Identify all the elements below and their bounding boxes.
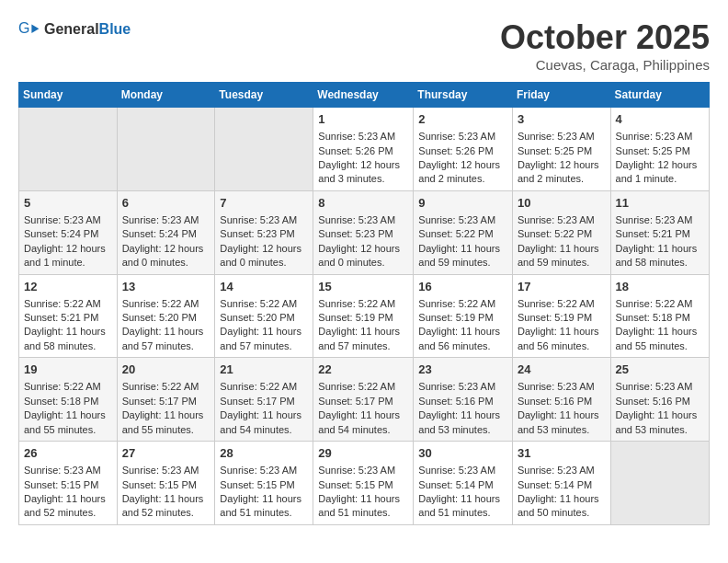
sunrise-text: Sunrise: 5:22 AM bbox=[24, 380, 112, 394]
calendar-cell: 11Sunrise: 5:23 AMSunset: 5:21 PMDayligh… bbox=[610, 190, 709, 274]
daylight-text: Daylight: 11 hours and 58 minutes. bbox=[24, 325, 112, 353]
sunset-text: Sunset: 5:24 PM bbox=[24, 227, 112, 241]
day-number: 22 bbox=[318, 362, 408, 378]
calendar-cell: 26Sunrise: 5:23 AMSunset: 5:15 PMDayligh… bbox=[19, 442, 118, 525]
calendar-cell: 31Sunrise: 5:23 AMSunset: 5:14 PMDayligh… bbox=[512, 442, 610, 525]
sunrise-text: Sunrise: 5:23 AM bbox=[24, 213, 112, 227]
calendar-week-row: 5Sunrise: 5:23 AMSunset: 5:24 PMDaylight… bbox=[19, 190, 710, 274]
day-number: 14 bbox=[220, 279, 308, 295]
day-number: 3 bbox=[518, 111, 606, 128]
day-number: 7 bbox=[220, 195, 308, 212]
sunset-text: Sunset: 5:22 PM bbox=[518, 227, 606, 241]
sunset-text: Sunset: 5:26 PM bbox=[318, 144, 408, 158]
title-area: October 2025 Cuevas, Caraga, Philippines bbox=[500, 18, 710, 73]
logo: G GeneralBlue bbox=[18, 18, 131, 40]
day-number: 2 bbox=[418, 111, 507, 128]
day-number: 8 bbox=[318, 195, 408, 212]
sunset-text: Sunset: 5:24 PM bbox=[122, 227, 210, 241]
sunset-text: Sunset: 5:16 PM bbox=[518, 395, 606, 408]
sunrise-text: Sunrise: 5:22 AM bbox=[318, 380, 408, 394]
day-number: 24 bbox=[518, 362, 606, 378]
daylight-text: Daylight: 11 hours and 51 minutes. bbox=[220, 492, 308, 521]
sunset-text: Sunset: 5:16 PM bbox=[616, 395, 704, 408]
weekday-header-sunday: Sunday bbox=[19, 83, 118, 108]
day-number: 27 bbox=[122, 445, 210, 462]
day-number: 26 bbox=[24, 445, 112, 462]
sunset-text: Sunset: 5:14 PM bbox=[418, 478, 507, 492]
calendar-cell: 27Sunrise: 5:23 AMSunset: 5:15 PMDayligh… bbox=[117, 442, 215, 525]
calendar-cell: 2Sunrise: 5:23 AMSunset: 5:26 PMDaylight… bbox=[414, 108, 513, 191]
daylight-text: Daylight: 11 hours and 55 minutes. bbox=[122, 408, 210, 437]
daylight-text: Daylight: 11 hours and 56 minutes. bbox=[518, 325, 606, 353]
sunrise-text: Sunrise: 5:23 AM bbox=[518, 380, 606, 394]
daylight-text: Daylight: 11 hours and 52 minutes. bbox=[24, 492, 112, 521]
day-number: 25 bbox=[616, 362, 704, 378]
sunset-text: Sunset: 5:20 PM bbox=[122, 311, 210, 325]
calendar-cell: 14Sunrise: 5:22 AMSunset: 5:20 PMDayligh… bbox=[215, 274, 313, 358]
sunrise-text: Sunrise: 5:23 AM bbox=[418, 213, 507, 227]
daylight-text: Daylight: 11 hours and 53 minutes. bbox=[418, 408, 507, 437]
daylight-text: Daylight: 11 hours and 59 minutes. bbox=[518, 242, 606, 270]
calendar-week-row: 26Sunrise: 5:23 AMSunset: 5:15 PMDayligh… bbox=[19, 442, 710, 525]
sunset-text: Sunset: 5:18 PM bbox=[616, 311, 704, 325]
daylight-text: Daylight: 12 hours and 3 minutes. bbox=[318, 158, 408, 187]
calendar-cell: 16Sunrise: 5:22 AMSunset: 5:19 PMDayligh… bbox=[414, 274, 513, 358]
daylight-text: Daylight: 12 hours and 0 minutes. bbox=[220, 242, 308, 270]
calendar-cell bbox=[117, 108, 215, 191]
calendar-cell: 29Sunrise: 5:23 AMSunset: 5:15 PMDayligh… bbox=[313, 442, 414, 525]
sunrise-text: Sunrise: 5:23 AM bbox=[418, 464, 507, 477]
sunrise-text: Sunrise: 5:23 AM bbox=[318, 130, 408, 144]
sunset-text: Sunset: 5:18 PM bbox=[24, 395, 112, 408]
sunset-text: Sunset: 5:23 PM bbox=[220, 227, 308, 241]
daylight-text: Daylight: 11 hours and 57 minutes. bbox=[318, 325, 408, 353]
calendar-cell bbox=[215, 108, 313, 191]
daylight-text: Daylight: 11 hours and 51 minutes. bbox=[318, 492, 408, 521]
calendar-cell: 22Sunrise: 5:22 AMSunset: 5:17 PMDayligh… bbox=[313, 358, 414, 442]
day-number: 30 bbox=[418, 445, 507, 462]
sunset-text: Sunset: 5:17 PM bbox=[220, 395, 308, 408]
calendar-week-row: 1Sunrise: 5:23 AMSunset: 5:26 PMDaylight… bbox=[19, 108, 710, 191]
sunrise-text: Sunrise: 5:23 AM bbox=[122, 213, 210, 227]
sunset-text: Sunset: 5:16 PM bbox=[418, 395, 507, 408]
day-number: 5 bbox=[24, 195, 112, 212]
logo-blue: Blue bbox=[99, 21, 131, 37]
sunset-text: Sunset: 5:17 PM bbox=[318, 395, 408, 408]
day-number: 18 bbox=[616, 279, 704, 295]
day-number: 19 bbox=[24, 362, 112, 378]
sunrise-text: Sunrise: 5:23 AM bbox=[220, 213, 308, 227]
weekday-header-wednesday: Wednesday bbox=[313, 83, 414, 108]
sunrise-text: Sunrise: 5:23 AM bbox=[518, 213, 606, 227]
sunrise-text: Sunrise: 5:22 AM bbox=[616, 297, 704, 311]
sunrise-text: Sunrise: 5:23 AM bbox=[518, 130, 606, 144]
day-number: 29 bbox=[318, 445, 408, 462]
calendar-cell: 19Sunrise: 5:22 AMSunset: 5:18 PMDayligh… bbox=[19, 358, 118, 442]
calendar-week-row: 12Sunrise: 5:22 AMSunset: 5:21 PMDayligh… bbox=[19, 274, 710, 358]
page-header: G GeneralBlue October 2025 Cuevas, Carag… bbox=[18, 18, 710, 73]
sunset-text: Sunset: 5:17 PM bbox=[122, 395, 210, 408]
calendar-cell: 24Sunrise: 5:23 AMSunset: 5:16 PMDayligh… bbox=[512, 358, 610, 442]
calendar-cell: 12Sunrise: 5:22 AMSunset: 5:21 PMDayligh… bbox=[19, 274, 118, 358]
sunrise-text: Sunrise: 5:23 AM bbox=[24, 464, 112, 477]
sunset-text: Sunset: 5:23 PM bbox=[318, 227, 408, 241]
day-number: 12 bbox=[24, 279, 112, 295]
sunset-text: Sunset: 5:19 PM bbox=[318, 311, 408, 325]
calendar-cell: 3Sunrise: 5:23 AMSunset: 5:25 PMDaylight… bbox=[512, 108, 610, 191]
sunset-text: Sunset: 5:19 PM bbox=[418, 311, 507, 325]
calendar-cell: 28Sunrise: 5:23 AMSunset: 5:15 PMDayligh… bbox=[215, 442, 313, 525]
sunrise-text: Sunrise: 5:22 AM bbox=[518, 297, 606, 311]
sunset-text: Sunset: 5:21 PM bbox=[616, 227, 704, 241]
sunset-text: Sunset: 5:15 PM bbox=[318, 478, 408, 492]
calendar-cell: 4Sunrise: 5:23 AMSunset: 5:25 PMDaylight… bbox=[610, 108, 709, 191]
day-number: 23 bbox=[418, 362, 507, 378]
daylight-text: Daylight: 11 hours and 50 minutes. bbox=[518, 492, 606, 521]
sunset-text: Sunset: 5:19 PM bbox=[518, 311, 606, 325]
day-number: 13 bbox=[122, 279, 210, 295]
svg-marker-1 bbox=[31, 24, 39, 33]
day-number: 9 bbox=[418, 195, 507, 212]
logo-general: General bbox=[44, 21, 99, 37]
day-number: 11 bbox=[616, 195, 704, 212]
month-title: October 2025 bbox=[500, 18, 710, 57]
daylight-text: Daylight: 11 hours and 54 minutes. bbox=[220, 408, 308, 437]
day-number: 4 bbox=[616, 111, 704, 128]
weekday-header-saturday: Saturday bbox=[610, 83, 709, 108]
